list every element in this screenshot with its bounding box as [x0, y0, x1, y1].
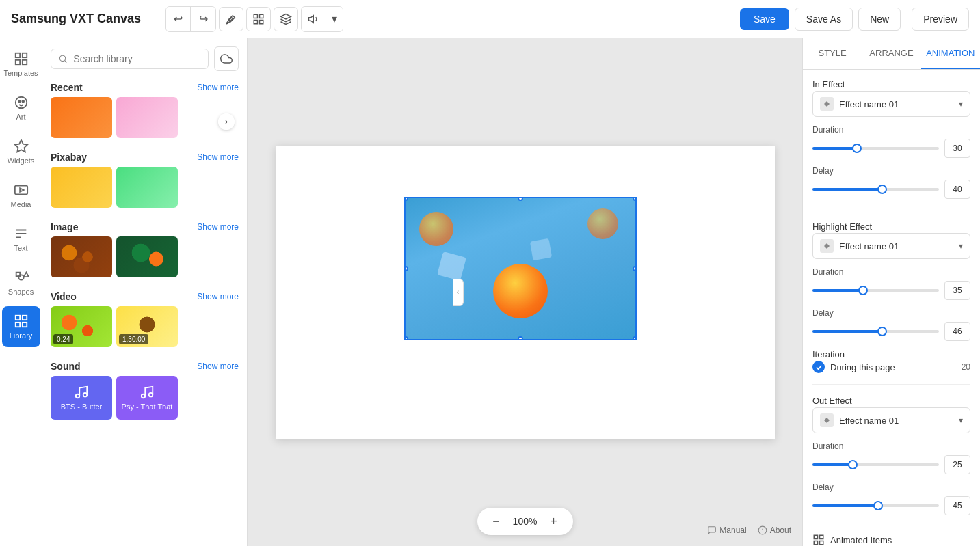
out-delay-value[interactable]: 45 [944, 496, 970, 515]
resize-handle-mr[interactable] [633, 266, 637, 271]
svg-rect-31 [814, 541, 817, 545]
in-effect-duration-track[interactable] [812, 147, 939, 150]
sidebar-label-media: Media [11, 200, 31, 208]
sound-button[interactable] [302, 7, 326, 31]
svg-point-25 [149, 393, 153, 397]
svg-point-11 [22, 100, 24, 103]
cloud-button[interactable] [214, 46, 239, 71]
video-show-more[interactable]: Show more [197, 292, 239, 301]
sidebar-item-templates[interactable]: Templates [2, 44, 40, 85]
about-label: About [770, 525, 791, 535]
in-effect-delay-row: Delay 40 [812, 166, 970, 199]
highlight-delay-row: Delay 46 [812, 308, 970, 341]
iteration-checkbox[interactable] [812, 361, 825, 373]
in-effect-dropdown[interactable]: Effect name 01 ▾ [812, 91, 970, 117]
info-icon [758, 525, 767, 535]
in-effect-delay-value[interactable]: 40 [944, 180, 970, 199]
canvas-image-content [406, 198, 635, 339]
about-link[interactable]: About [758, 525, 791, 535]
sidebar-item-media[interactable]: Media [2, 175, 40, 216]
check-icon [815, 364, 823, 371]
resize-handle-tl[interactable] [404, 197, 408, 201]
in-effect-duration-value[interactable]: 30 [944, 139, 970, 158]
sound-section-header: Sound Show more [42, 355, 247, 376]
recent-nav-next[interactable]: › [218, 113, 235, 130]
sound-dropdown-button[interactable]: ▾ [326, 7, 343, 31]
out-delay-track[interactable] [812, 504, 939, 507]
highlight-delay-thumb[interactable] [877, 327, 887, 336]
out-duration-fill [812, 463, 853, 466]
image-thumb-2[interactable] [116, 236, 178, 277]
sound-item-2[interactable]: Psy - That That [116, 376, 178, 420]
redo-button[interactable]: ↪ [191, 7, 215, 31]
save-button[interactable]: Save [740, 8, 789, 30]
undo-button[interactable]: ↩ [166, 7, 191, 31]
new-button[interactable]: New [858, 8, 901, 31]
out-effect-name: Effect name 01 [839, 415, 953, 426]
highlight-delay-track[interactable] [812, 330, 939, 333]
zoom-in-button[interactable]: + [544, 512, 564, 531]
image-show-more[interactable]: Show more [197, 222, 239, 232]
pixabay-thumb-1[interactable] [51, 167, 112, 208]
in-effect-delay-track[interactable] [812, 188, 939, 191]
highlight-effect-dropdown[interactable]: Effect name 01 ▾ [812, 233, 970, 259]
out-effect-dropdown[interactable]: Effect name 01 ▾ [812, 407, 970, 433]
image-thumb-1[interactable] [51, 236, 112, 277]
brush-button[interactable] [219, 7, 243, 31]
highlight-effect-chevron: ▾ [959, 241, 963, 251]
svg-point-23 [83, 393, 88, 397]
highlight-duration-track[interactable] [812, 289, 939, 292]
recent-show-more[interactable]: Show more [197, 83, 239, 92]
out-delay-thumb[interactable] [873, 501, 883, 510]
canvas-selected-image[interactable] [404, 197, 637, 340]
out-delay-fill [812, 504, 878, 507]
sidebar-item-widgets[interactable]: Widgets [2, 131, 40, 172]
video-thumb-2[interactable]: 1:30:00 [116, 306, 178, 347]
manual-link[interactable]: Manual [707, 525, 746, 535]
in-effect-delay-thumb[interactable] [877, 185, 887, 194]
zoom-out-button[interactable]: − [487, 512, 506, 531]
layers-button[interactable] [274, 7, 298, 31]
preview-button[interactable]: Preview [912, 8, 969, 31]
collapse-library-button[interactable]: ‹ [453, 279, 464, 306]
sound-item-1[interactable]: BTS - Butter [51, 376, 112, 420]
search-input[interactable] [73, 53, 201, 64]
highlight-duration-fill [812, 289, 863, 292]
tab-arrange[interactable]: ARRANGE [862, 38, 921, 69]
tab-style[interactable]: STYLE [803, 38, 862, 69]
out-duration-thumb[interactable] [848, 460, 858, 469]
sidebar-item-library[interactable]: Library [2, 306, 40, 347]
sidebar-item-text[interactable]: Text [2, 219, 40, 260]
out-duration-value[interactable]: 25 [944, 455, 970, 474]
orange-decoration [493, 264, 548, 318]
grid-button[interactable] [246, 7, 271, 31]
sidebar-item-shapes[interactable]: Shapes [2, 262, 40, 303]
video-thumb-1[interactable]: 0:24 [51, 306, 112, 347]
resize-handle-br[interactable] [633, 336, 637, 340]
highlight-duration-thumb[interactable] [858, 286, 868, 295]
recent-section-header: Recent Show more [42, 77, 247, 97]
svg-marker-13 [20, 188, 24, 192]
resize-handle-tr[interactable] [633, 197, 637, 201]
highlight-delay-slider-row: 46 [812, 322, 970, 341]
animation-panel-content: In Effect Effect name 01 ▾ Duration 3 [803, 70, 980, 525]
out-duration-track[interactable] [812, 463, 939, 466]
highlight-duration-value[interactable]: 35 [944, 281, 970, 300]
animated-items-button[interactable]: Animated Items [803, 525, 980, 546]
resize-handle-bm[interactable] [518, 336, 523, 340]
tab-animation[interactable]: ANIMATION [921, 38, 980, 69]
search-box[interactable] [51, 49, 209, 69]
sound-title: Sound [51, 361, 81, 372]
recent-thumb-2[interactable] [116, 97, 178, 138]
sidebar-label-templates: Templates [3, 69, 38, 77]
pixabay-thumb-2[interactable] [116, 167, 178, 208]
pixabay-show-more[interactable]: Show more [197, 152, 239, 162]
highlight-delay-value[interactable]: 46 [944, 322, 970, 341]
in-effect-duration-thumb[interactable] [852, 144, 862, 153]
sound-show-more[interactable]: Show more [197, 361, 239, 371]
recent-thumb-1[interactable] [51, 97, 112, 138]
resize-handle-bl[interactable] [404, 336, 408, 340]
header-toolbar: ↩ ↪ ▾ [165, 6, 343, 32]
sidebar-item-art[interactable]: Art [2, 87, 40, 128]
save-as-button[interactable]: Save As [795, 8, 853, 31]
